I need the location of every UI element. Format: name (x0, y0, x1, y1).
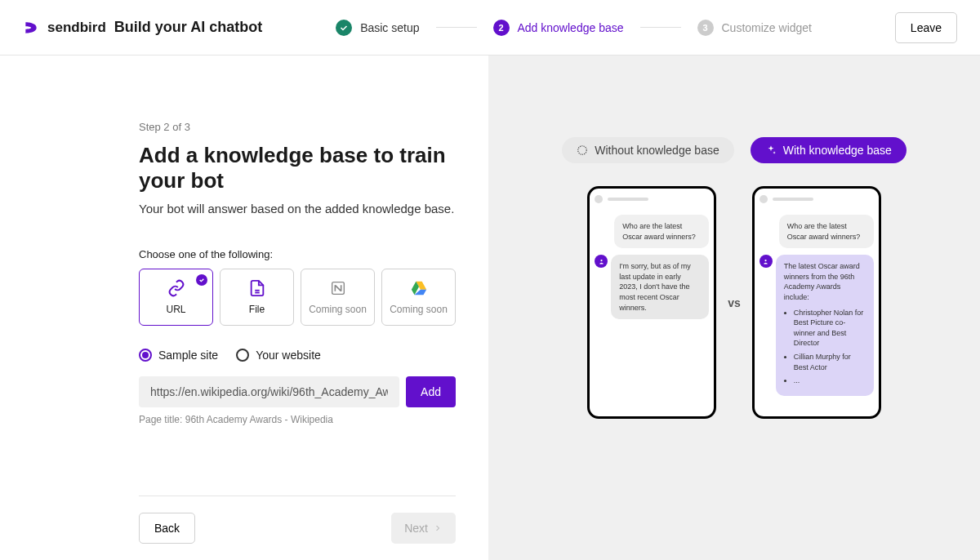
logo: sendbird (23, 20, 106, 36)
step-2-label: Add knowledge base (518, 21, 624, 34)
back-button[interactable]: Back (139, 513, 195, 544)
radio-group: Sample site Your website (139, 349, 456, 362)
card-file[interactable]: File (220, 269, 294, 326)
question-bubble: Who are the latest Oscar award winners? (614, 215, 709, 248)
progress-steps: Basic setup 2 Add knowledge base 3 Custo… (336, 20, 812, 36)
sparkle-icon (765, 144, 777, 156)
url-input[interactable] (139, 376, 399, 407)
check-icon (336, 20, 352, 36)
header-title: Build your AI chatbot (114, 19, 262, 36)
google-drive-icon (410, 279, 428, 297)
preview-panel: Without knowledge base With knowledge ba… (488, 56, 980, 560)
file-icon (248, 279, 266, 297)
svg-point-4 (600, 260, 602, 261)
url-hint: Page title: 96th Academy Awards - Wikipe… (139, 414, 456, 425)
bot-avatar-icon (595, 255, 608, 268)
next-button[interactable]: Next (391, 513, 456, 544)
step-3-number: 3 (697, 20, 714, 36)
list-item: Christopher Nolan for Best Picture co-wi… (794, 308, 866, 349)
sendbird-logo-icon (23, 20, 39, 36)
step-3: 3 Customize widget (697, 20, 813, 36)
radio-checked-icon (139, 349, 152, 362)
vs-label: vs (728, 296, 741, 309)
list-item: ... (794, 376, 866, 386)
logo-text: sendbird (47, 20, 106, 36)
card-notion-label: Coming soon (309, 304, 367, 315)
step-divider (640, 27, 681, 28)
phone-preview-with: Who are the latest Oscar award winners? … (752, 186, 881, 419)
phone-preview-without: Who are the latest Oscar award winners? … (587, 186, 716, 419)
step-1-label: Basic setup (360, 21, 419, 34)
left-panel: Step 2 of 3 Add a knowledge base to trai… (0, 56, 488, 560)
step-2-number: 2 (493, 20, 510, 36)
source-cards: URL File Coming soon Coming soon (139, 269, 456, 326)
pill-with-kb: With knowledge base (751, 137, 906, 163)
card-url-label: URL (166, 304, 185, 315)
radio-sample-site[interactable]: Sample site (139, 349, 218, 362)
answer-bubble-with: The latest Oscar award winners from the … (776, 255, 874, 396)
page-subtitle: Your bot will answer based on the added … (139, 202, 456, 216)
bot-avatar-icon (760, 255, 773, 268)
dashed-circle-icon (577, 144, 588, 156)
header: sendbird Build your AI chatbot Basic set… (0, 0, 980, 56)
add-button[interactable]: Add (406, 376, 456, 407)
check-icon (196, 274, 207, 286)
card-notion[interactable]: Coming soon (301, 269, 375, 326)
step-1: Basic setup (336, 20, 419, 36)
card-drive-label: Coming soon (390, 304, 448, 315)
step-3-label: Customize widget (722, 21, 813, 34)
link-icon (167, 279, 185, 297)
card-drive[interactable]: Coming soon (381, 269, 456, 326)
card-file-label: File (249, 304, 265, 315)
page-title: Add a knowledge base to train your bot (139, 143, 456, 193)
chevron-right-icon (433, 523, 443, 533)
choose-label: Choose one of the following: (139, 248, 456, 260)
answer-bubble-without: I'm sorry, but as of my last update in e… (611, 255, 709, 319)
leave-button[interactable]: Leave (895, 12, 957, 43)
step-2: 2 Add knowledge base (493, 20, 624, 36)
footer-nav: Back Next (139, 496, 456, 544)
list-item: Cillian Murphy for Best Actor (794, 352, 866, 372)
svg-point-3 (578, 146, 587, 155)
card-url[interactable]: URL (139, 269, 213, 326)
notion-icon (329, 279, 347, 297)
step-divider (436, 27, 477, 28)
svg-point-5 (765, 260, 767, 261)
step-indicator: Step 2 of 3 (139, 121, 456, 133)
question-bubble: Who are the latest Oscar award winners? (779, 215, 874, 248)
pill-without-kb: Without knowledge base (562, 137, 734, 163)
radio-your-website[interactable]: Your website (236, 349, 321, 362)
radio-unchecked-icon (236, 349, 249, 362)
